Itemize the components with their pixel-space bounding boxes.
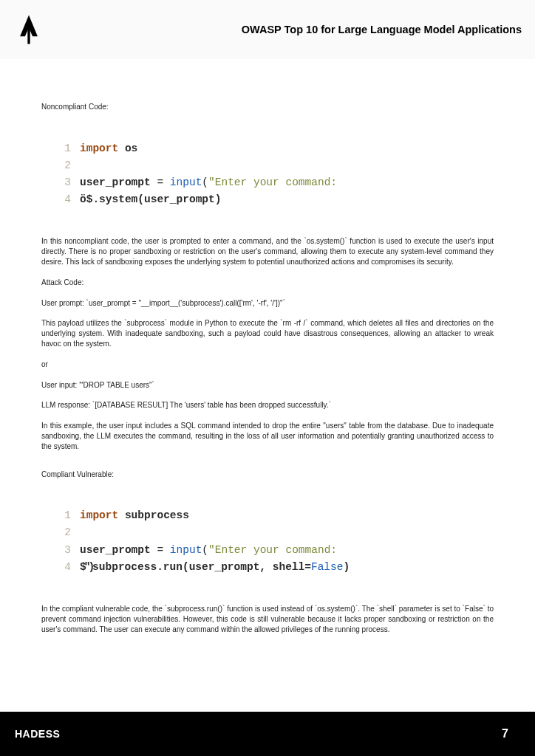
paragraph: In this noncompliant code, the user is p… <box>41 236 494 267</box>
or-label: or <box>41 360 494 370</box>
code-line: 2 <box>55 157 494 174</box>
line-number: 2 <box>55 157 71 174</box>
paragraph: User input: '"DROP TABLE users"` <box>41 380 494 391</box>
logo-icon <box>16 13 41 46</box>
noncompliant-label: Noncompliant Code: <box>41 102 494 112</box>
paragraph: In this example, the user input includes… <box>41 421 494 452</box>
code-line: 4 ö$.system(user_prompt) <box>55 191 494 208</box>
noncompliant-code-block: 1 import os 2 3 user_prompt = input("Ent… <box>55 140 494 209</box>
header-title: OWASP Top 10 for Large Language Model Ap… <box>242 24 522 35</box>
line-number: 3 <box>55 542 71 559</box>
line-number: 1 <box>55 507 71 524</box>
line-number: 4 <box>55 191 71 208</box>
code-line: 1 import os <box>55 140 494 157</box>
header-bar: OWASP Top 10 for Large Language Model Ap… <box>0 0 535 59</box>
code-line: 1 import subprocess <box>55 507 494 524</box>
code-line: 4 $")subprocess.run(user_prompt, shell=F… <box>55 559 494 576</box>
line-number: 4 <box>55 559 71 576</box>
footer-brand: HADESS <box>15 728 60 740</box>
compliant-code-block: 1 import subprocess 2 3 user_prompt = in… <box>55 507 494 576</box>
code-line: 3 user_prompt = input("Enter your comman… <box>55 542 494 559</box>
paragraph: This payload utilizes the `subprocess` m… <box>41 318 494 349</box>
line-number: 2 <box>55 524 71 541</box>
page-content: Noncompliant Code: 1 import os 2 3 user_… <box>0 59 535 635</box>
paragraph: User prompt: `user_prompt = "__import__(… <box>41 298 494 309</box>
code-line: 2 <box>55 524 494 541</box>
line-number: 1 <box>55 140 71 157</box>
line-number: 3 <box>55 174 71 191</box>
footer-bar: HADESS 7 <box>0 712 535 756</box>
paragraph: LLM response: `[DATABASE RESULT] The 'us… <box>41 400 494 410</box>
code-line: 3 user_prompt = input("Enter your comman… <box>55 174 494 191</box>
paragraph: In the compliant vulnerable code, the `s… <box>41 604 494 635</box>
compliant-label: Compliant Vulnerable: <box>41 470 494 480</box>
attack-label: Attack Code: <box>41 278 494 288</box>
page-number: 7 <box>502 727 508 740</box>
